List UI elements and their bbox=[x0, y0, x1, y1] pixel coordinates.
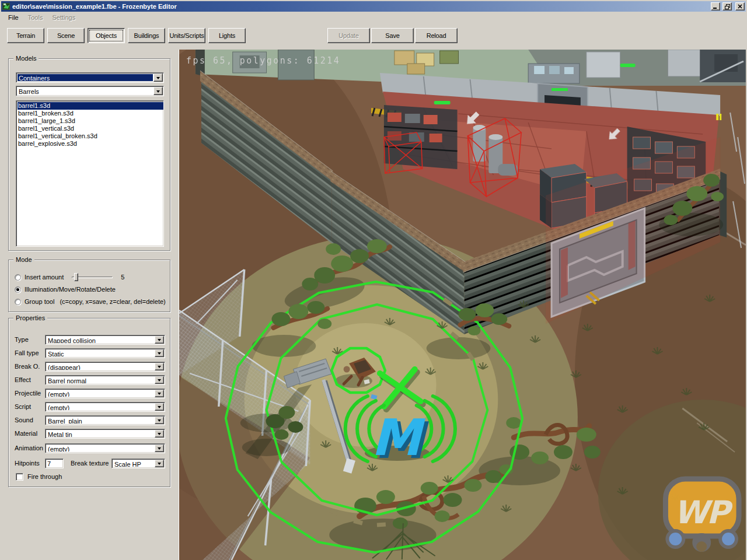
chevron-down-icon[interactable] bbox=[155, 363, 164, 370]
menu-settings: Settings bbox=[47, 13, 80, 22]
save-button[interactable]: Save bbox=[371, 28, 414, 43]
model-category-dropdown[interactable]: Containers bbox=[16, 72, 164, 83]
chevron-down-icon[interactable] bbox=[153, 87, 163, 95]
models-groupbox: Models Containers Barrels barrel1.s3d ba… bbox=[8, 58, 170, 251]
group-tool-label: Group tool bbox=[25, 298, 54, 305]
list-item[interactable]: barrel_explosive.s3d bbox=[18, 140, 163, 148]
fall-type-dropdown[interactable]: Static bbox=[45, 348, 165, 358]
watermark-text: WP bbox=[673, 494, 733, 531]
fire-through-checkbox[interactable] bbox=[16, 473, 23, 481]
model-subcategory-value: Barrels bbox=[18, 88, 153, 94]
effect-dropdown[interactable]: Barrel normal bbox=[45, 375, 165, 385]
toolbar: Terrain Scene Objects Buildings Units/Sc… bbox=[1, 23, 746, 50]
list-item[interactable]: barrel1_vertical_broken.s3d bbox=[18, 132, 163, 140]
projectile-label: Projectile bbox=[15, 388, 41, 398]
material-value: Metal tin bbox=[47, 430, 154, 437]
break-o-value: (disappear) bbox=[47, 363, 154, 370]
mode-groupbox: Mode Insert amount 5 Illumination/Move/R… bbox=[8, 260, 170, 312]
slider-thumb[interactable] bbox=[74, 273, 78, 281]
minimize-button[interactable] bbox=[711, 2, 720, 10]
chevron-down-icon[interactable] bbox=[155, 336, 164, 344]
list-item[interactable]: barrel1_large_1.s3d bbox=[18, 117, 163, 125]
sound-value: Barrel_plain bbox=[47, 417, 154, 424]
type-label: Type bbox=[15, 335, 29, 345]
menu-file[interactable]: File bbox=[4, 13, 23, 22]
sound-dropdown[interactable]: Barrel_plain bbox=[45, 415, 165, 425]
material-dropdown[interactable]: Metal tin bbox=[45, 429, 165, 439]
type-value: Mapped collision bbox=[47, 337, 154, 343]
tab-buildings[interactable]: Buildings bbox=[128, 28, 165, 43]
menu-tools: Tools bbox=[23, 13, 48, 22]
app-icon bbox=[2, 2, 11, 10]
properties-group-label: Properties bbox=[13, 314, 47, 321]
scene-canvas: M M fps 65, polygons: 61214 WP bbox=[179, 50, 746, 560]
chevron-down-icon[interactable] bbox=[153, 74, 163, 82]
chevron-down-icon[interactable] bbox=[155, 444, 164, 452]
chevron-down-icon[interactable] bbox=[155, 403, 164, 411]
list-item[interactable]: barrel1_vertical.s3d bbox=[18, 125, 163, 132]
viewport-3d[interactable]: M M fps 65, polygons: 61214 WP bbox=[179, 50, 746, 560]
script-dropdown[interactable]: (empty) bbox=[45, 402, 165, 412]
effect-value: Barrel normal bbox=[47, 377, 154, 383]
script-label: Script bbox=[15, 402, 31, 412]
fire-through-row: Fire through bbox=[16, 473, 62, 481]
model-file-list[interactable]: barrel1.s3d barrel1_broken.s3d barrel1_l… bbox=[16, 100, 164, 247]
tab-terrain[interactable]: Terrain bbox=[7, 28, 44, 43]
break-texture-dropdown[interactable]: Scale HP bbox=[111, 459, 165, 468]
insert-amount-radio[interactable] bbox=[15, 274, 21, 281]
insert-amount-value: 5 bbox=[121, 274, 124, 281]
group-tool-row: Group tool (c=copy, x=save, z=clear, del… bbox=[15, 298, 166, 306]
break-texture-label: Break texture bbox=[71, 459, 109, 468]
model-category-value: Containers bbox=[18, 74, 153, 81]
tab-units-scripts[interactable]: Units/Scripts bbox=[168, 28, 205, 43]
break-o-dropdown[interactable]: (disappear) bbox=[45, 362, 165, 372]
material-label: Material bbox=[15, 429, 37, 439]
hitpoints-field[interactable] bbox=[45, 459, 64, 468]
chevron-down-icon[interactable] bbox=[155, 376, 164, 384]
chevron-down-icon[interactable] bbox=[155, 390, 164, 397]
mode-group-label: Mode bbox=[13, 256, 34, 263]
close-button[interactable] bbox=[735, 2, 745, 10]
tool-panel: Models Containers Barrels barrel1.s3d ba… bbox=[1, 50, 179, 560]
list-item[interactable]: barrel1.s3d bbox=[18, 102, 163, 110]
fps-overlay-text: fps 65, polygons: 61214 bbox=[186, 55, 340, 66]
models-group-label: Models bbox=[13, 55, 39, 62]
illumination-label: Illumination/Move/Rotate/Delete bbox=[25, 286, 116, 293]
effect-label: Effect bbox=[15, 375, 31, 385]
animation-value: (empty) bbox=[47, 445, 154, 452]
fire-through-label: Fire through bbox=[27, 473, 62, 480]
fall-type-value: Static bbox=[47, 350, 154, 356]
insert-amount-slider[interactable] bbox=[72, 272, 113, 282]
chevron-down-icon[interactable] bbox=[155, 460, 164, 467]
restore-button[interactable] bbox=[722, 2, 732, 10]
chevron-down-icon[interactable] bbox=[155, 349, 164, 357]
hitpoints-label: Hitpoints bbox=[15, 459, 40, 468]
group-tool-hint: (c=copy, x=save, z=clear, del=delete) bbox=[60, 298, 165, 305]
chevron-down-icon[interactable] bbox=[155, 416, 164, 424]
update-button: Update bbox=[327, 28, 370, 43]
illumination-radio[interactable] bbox=[15, 286, 21, 293]
chevron-down-icon[interactable] bbox=[155, 430, 164, 438]
projectile-value: (empty) bbox=[47, 390, 154, 397]
window-title: editor\save\mission_example1.fbe - Froze… bbox=[12, 3, 708, 10]
tab-objects[interactable]: Objects bbox=[88, 28, 125, 43]
tab-scene[interactable]: Scene bbox=[47, 28, 85, 43]
insert-amount-label: Insert amount bbox=[25, 274, 64, 281]
editor-window: editor\save\mission_example1.fbe - Froze… bbox=[0, 0, 747, 560]
title-bar[interactable]: editor\save\mission_example1.fbe - Froze… bbox=[1, 1, 746, 12]
script-value: (empty) bbox=[47, 404, 154, 410]
group-tool-radio[interactable] bbox=[15, 299, 21, 305]
wp-watermark-logo: WP bbox=[665, 479, 739, 552]
list-item[interactable]: barrel1_broken.s3d bbox=[18, 110, 163, 117]
insert-amount-row: Insert amount 5 bbox=[15, 273, 124, 281]
reload-button[interactable]: Reload bbox=[415, 28, 458, 43]
tab-lights[interactable]: Lights bbox=[208, 28, 246, 43]
model-subcategory-dropdown[interactable]: Barrels bbox=[16, 86, 164, 96]
properties-groupbox: Properties Type Mapped collision Fall ty… bbox=[8, 318, 170, 487]
animation-dropdown[interactable]: (empty) bbox=[45, 443, 165, 453]
projectile-dropdown[interactable]: (empty) bbox=[45, 388, 165, 398]
sound-label: Sound bbox=[15, 415, 33, 425]
type-dropdown[interactable]: Mapped collision bbox=[45, 335, 165, 345]
break-texture-value: Scale HP bbox=[113, 460, 154, 467]
animation-label: Animation bbox=[15, 443, 43, 453]
